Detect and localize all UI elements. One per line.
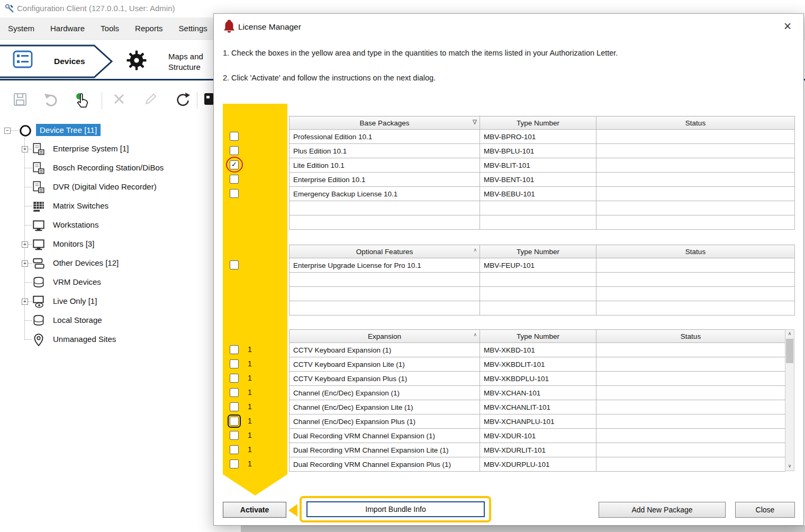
checkbox-channel-expansion-lite[interactable] bbox=[230, 402, 239, 411]
table-row[interactable]: Plus Edition 10.1MBV-BPLU-101 bbox=[290, 144, 795, 158]
type-number-header[interactable]: Type Number bbox=[480, 245, 596, 258]
checkbox-channel-expansion-plus[interactable] bbox=[230, 417, 239, 426]
tree-item-other-devices[interactable]: + Other Devices [12] bbox=[0, 254, 213, 273]
status-header[interactable]: Status bbox=[596, 330, 785, 343]
table-row[interactable]: CCTV Keyboard Expansion Plus (1)MBV-XKBD… bbox=[290, 372, 785, 386]
tree-root-label[interactable]: Device Tree [11] bbox=[36, 124, 101, 136]
table-row[interactable]: Channel (Enc/Dec) Expansion Plus (1)MBV-… bbox=[290, 414, 785, 429]
tree-item-unmanaged-sites[interactable]: Unmanaged Sites bbox=[0, 330, 213, 349]
expansion-name-cell: Channel (Enc/Dec) Expansion Lite (1) bbox=[290, 400, 480, 414]
quantity-channel-expansion[interactable]: 1 bbox=[248, 388, 259, 397]
workstation-icon bbox=[32, 219, 46, 232]
table-row[interactable]: Enterprise Upgrade License for Pro 10.1M… bbox=[290, 258, 795, 273]
menu-item-tools[interactable]: Tools bbox=[93, 17, 127, 40]
delete-icon[interactable] bbox=[112, 92, 126, 106]
collapse-toggle-icon[interactable]: − bbox=[4, 128, 11, 134]
table-row[interactable]: Emergency Backup License 10.1MBV-BEBU-10… bbox=[290, 187, 795, 201]
hand-pointer-icon[interactable] bbox=[75, 92, 90, 109]
quantity-cctv-keyboard[interactable]: 1 bbox=[248, 345, 259, 354]
quantity-dual-recording-plus[interactable]: 1 bbox=[248, 459, 259, 468]
scroll-down-icon[interactable]: ∨ bbox=[785, 462, 794, 471]
checkbox-dual-recording-plus[interactable] bbox=[230, 459, 239, 468]
menu-item-reports[interactable]: Reports bbox=[127, 17, 171, 40]
scroll-up-icon[interactable]: ∧ bbox=[785, 330, 794, 338]
checkbox-dual-recording-lite[interactable] bbox=[230, 445, 239, 454]
activate-button[interactable]: Activate bbox=[223, 502, 286, 518]
sort-icon[interactable]: ∧ bbox=[473, 332, 477, 337]
expand-toggle-icon[interactable]: + bbox=[22, 260, 28, 267]
menu-item-system[interactable]: System bbox=[0, 17, 42, 40]
table-row[interactable]: Channel (Enc/Dec) Expansion Lite (1)MBV-… bbox=[290, 400, 785, 414]
checkbox-plus-edition[interactable] bbox=[230, 146, 239, 155]
table-row[interactable]: Dual Recording VRM Channel Expansion Lit… bbox=[290, 443, 785, 457]
save-icon[interactable] bbox=[13, 92, 28, 107]
tree-item-dvr[interactable]: DVR (Digital Video Recorder) bbox=[0, 178, 213, 197]
tab-maps-structure[interactable]: Maps andStructure bbox=[168, 51, 211, 73]
table-row[interactable]: CCTV Keyboard Expansion (1)MBV-XKBD-101 bbox=[290, 343, 785, 357]
table-row[interactable]: Enterprise Edition 10.1MBV-BENT-101 bbox=[290, 173, 795, 187]
vertical-scrollbar[interactable]: ∧ ∨ bbox=[785, 329, 794, 471]
tree-item-workstations[interactable]: Workstations bbox=[0, 216, 213, 235]
table-row[interactable]: CCTV Keyboard Expansion Lite (1)MBV-XKBD… bbox=[290, 357, 785, 372]
tree-item-bosch-recording-station[interactable]: Bosch Recording Station/DiBos bbox=[0, 159, 213, 178]
add-new-package-button[interactable]: Add New Package bbox=[599, 502, 726, 518]
checkbox-enterprise-upgrade[interactable] bbox=[230, 260, 239, 269]
table-row[interactable]: Professional Edition 10.1MBV-BPRO-101 bbox=[290, 130, 795, 144]
type-number-header[interactable]: Type Number bbox=[480, 116, 596, 130]
checkbox-dual-recording[interactable] bbox=[230, 431, 239, 440]
table-row[interactable]: Dual Recording VRM Channel Expansion Plu… bbox=[290, 457, 785, 472]
type-number-header[interactable]: Type Number bbox=[480, 330, 596, 343]
expand-toggle-icon[interactable]: + bbox=[22, 146, 28, 152]
table-row[interactable]: Channel (Enc/Dec) Expansion (1)MBV-XCHAN… bbox=[290, 386, 785, 400]
quantity-channel-expansion-plus[interactable]: 1 bbox=[248, 417, 259, 426]
menu-item-settings[interactable]: Settings bbox=[171, 17, 215, 40]
status-header[interactable]: Status bbox=[596, 116, 795, 130]
screen: Configuration Client (127.0.0.1, User: A… bbox=[0, 0, 805, 532]
expansion-name-cell: CCTV Keyboard Expansion Plus (1) bbox=[290, 372, 480, 386]
expand-toggle-icon[interactable]: + bbox=[22, 299, 28, 305]
checkbox-enterprise-edition[interactable] bbox=[230, 175, 239, 184]
expand-toggle-icon[interactable]: + bbox=[22, 241, 28, 248]
tree-item-monitors[interactable]: + Monitors [3] bbox=[0, 235, 213, 254]
close-button[interactable]: Close bbox=[735, 502, 795, 518]
import-bundle-info-button[interactable]: Import Bundle Info bbox=[306, 501, 485, 517]
matrix-switches-icon bbox=[32, 200, 46, 213]
tree-item-matrix-switches[interactable]: Matrix Switches bbox=[0, 197, 213, 216]
checkbox-emergency-backup[interactable] bbox=[230, 189, 239, 198]
header-label: Optional Features bbox=[356, 248, 413, 256]
checkbox-cctv-keyboard-plus[interactable] bbox=[230, 374, 239, 383]
tree-item-vrm-devices[interactable]: VRM Devices bbox=[0, 273, 213, 292]
tree-item-local-storage[interactable]: Local Storage bbox=[0, 311, 213, 330]
edit-pencil-icon[interactable] bbox=[144, 92, 158, 106]
type-number-cell: MBV-BENT-101 bbox=[480, 173, 596, 187]
quantity-dual-recording-lite[interactable]: 1 bbox=[248, 445, 259, 454]
checkbox-professional-edition[interactable] bbox=[230, 132, 239, 141]
checkbox-channel-expansion[interactable] bbox=[230, 388, 239, 397]
sort-icon[interactable]: ∧ bbox=[473, 247, 477, 253]
expansion-name-cell: Channel (Enc/Dec) Expansion (1) bbox=[290, 386, 480, 400]
tree-item-live-only[interactable]: + Live Only [1] bbox=[0, 292, 213, 311]
expansion-header[interactable]: Expansion∧ bbox=[290, 330, 480, 343]
status-cell bbox=[596, 457, 785, 472]
checkbox-cctv-keyboard-lite[interactable] bbox=[230, 359, 239, 368]
table-row[interactable]: Lite Edition 10.1MBV-BLIT-101 bbox=[290, 158, 795, 173]
undo-icon[interactable] bbox=[43, 92, 59, 107]
tree-item-enterprise-system[interactable]: + Enterprise System [1] bbox=[0, 140, 213, 159]
table-row[interactable]: Dual Recording VRM Channel Expansion (1)… bbox=[290, 429, 785, 443]
quantity-cctv-keyboard-plus[interactable]: 1 bbox=[248, 374, 259, 383]
base-packages-header[interactable]: Base Packages∇ bbox=[290, 116, 480, 130]
reload-icon[interactable] bbox=[175, 92, 191, 108]
quantity-channel-expansion-lite[interactable]: 1 bbox=[248, 402, 259, 411]
status-header[interactable]: Status bbox=[596, 245, 795, 258]
quantity-cctv-keyboard-lite[interactable]: 1 bbox=[248, 359, 259, 368]
optional-features-header[interactable]: Optional Features∧ bbox=[290, 245, 480, 258]
header-label: Type Number bbox=[517, 119, 559, 127]
tab-devices[interactable]: Devices bbox=[54, 57, 85, 66]
tree-root-row[interactable]: − Device Tree [11] bbox=[0, 122, 213, 140]
close-icon[interactable]: × bbox=[779, 18, 796, 34]
checkbox-cctv-keyboard[interactable] bbox=[230, 345, 239, 354]
filter-icon[interactable]: ∇ bbox=[473, 119, 477, 126]
menu-item-hardware[interactable]: Hardware bbox=[42, 17, 93, 40]
quantity-dual-recording[interactable]: 1 bbox=[248, 431, 259, 440]
scroll-thumb[interactable] bbox=[786, 339, 793, 363]
